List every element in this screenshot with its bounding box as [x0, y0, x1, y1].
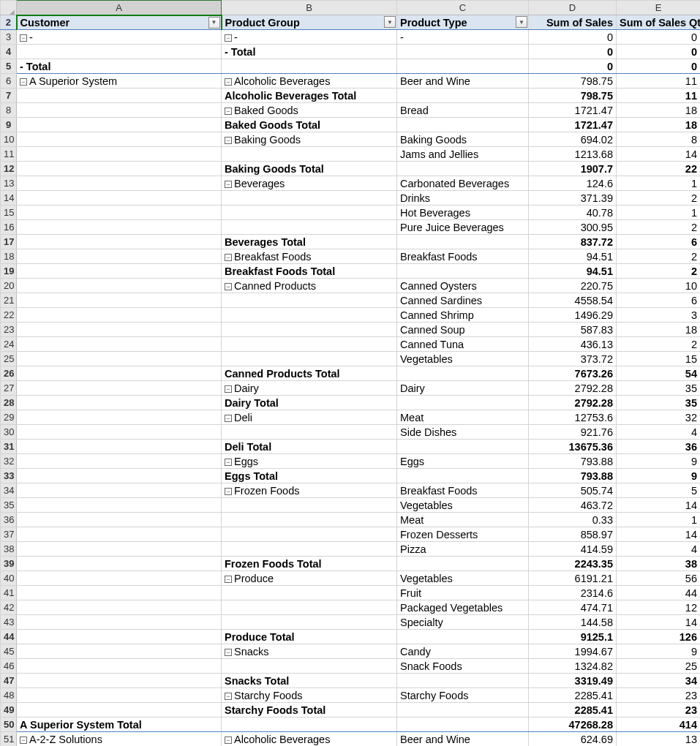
cell-C20[interactable]: Canned Oysters: [397, 279, 529, 293]
collapse-icon[interactable]: −: [225, 693, 232, 700]
cell-E49[interactable]: 23: [617, 703, 701, 717]
cell-D46[interactable]: 1324.82: [529, 659, 617, 674]
cell-C49[interactable]: [397, 703, 529, 717]
cell-E15[interactable]: 1: [617, 206, 701, 220]
cell-C28[interactable]: [397, 396, 529, 410]
cell-E10[interactable]: 8: [617, 132, 701, 147]
cell-C13[interactable]: Carbonated Beverages: [397, 176, 529, 191]
row-header-8[interactable]: 8: [1, 103, 17, 118]
cell-B11[interactable]: [222, 147, 397, 162]
cell-C40[interactable]: Vegetables: [397, 571, 529, 586]
cell-E39[interactable]: 38: [617, 557, 701, 571]
cell-C19[interactable]: [397, 264, 529, 279]
row-header-5[interactable]: 5: [1, 59, 17, 74]
cell-A35[interactable]: [17, 498, 222, 513]
cell-D8[interactable]: 1721.47: [529, 103, 617, 118]
cell-C48[interactable]: Starchy Foods: [397, 688, 529, 703]
cell-B35[interactable]: [222, 498, 397, 513]
header-product-type[interactable]: Product Type▼: [397, 15, 529, 30]
cell-D5[interactable]: 0: [529, 59, 617, 74]
cell-D21[interactable]: 4558.54: [529, 293, 617, 308]
cell-A51[interactable]: −A-2-Z Solutions: [17, 732, 222, 747]
cell-D50[interactable]: 47268.28: [529, 717, 617, 732]
cell-C8[interactable]: Bread: [397, 103, 529, 118]
cell-D14[interactable]: 371.39: [529, 191, 617, 206]
cell-C29[interactable]: Meat: [397, 410, 529, 425]
cell-C38[interactable]: Pizza: [397, 542, 529, 557]
cell-B24[interactable]: [222, 337, 397, 352]
cell-E48[interactable]: 23: [617, 688, 701, 703]
row-header-36[interactable]: 36: [1, 513, 17, 527]
cell-E41[interactable]: 44: [617, 586, 701, 600]
cell-A24[interactable]: [17, 337, 222, 352]
cell-D35[interactable]: 463.72: [529, 498, 617, 513]
cell-C35[interactable]: Vegetables: [397, 498, 529, 513]
cell-C39[interactable]: [397, 557, 529, 571]
cell-E37[interactable]: 14: [617, 527, 701, 542]
cell-C51[interactable]: Beer and Wine: [397, 732, 529, 747]
cell-A41[interactable]: [17, 586, 222, 600]
cell-D48[interactable]: 2285.41: [529, 688, 617, 703]
cell-A30[interactable]: [17, 425, 222, 440]
cell-C12[interactable]: [397, 162, 529, 176]
cell-C36[interactable]: Meat: [397, 513, 529, 527]
collapse-icon[interactable]: −: [225, 736, 232, 744]
cell-B25[interactable]: [222, 352, 397, 366]
cell-D17[interactable]: 837.72: [529, 235, 617, 249]
cell-A47[interactable]: [17, 674, 222, 688]
row-header-13[interactable]: 13: [1, 176, 17, 191]
cell-A8[interactable]: [17, 103, 222, 118]
cell-A7[interactable]: [17, 88, 222, 103]
row-header-33[interactable]: 33: [1, 469, 17, 483]
cell-A37[interactable]: [17, 527, 222, 542]
cell-B28[interactable]: Dairy Total: [222, 396, 397, 410]
cell-B19[interactable]: Breakfast Foods Total: [222, 264, 397, 279]
cell-C10[interactable]: Baking Goods: [397, 132, 529, 147]
cell-E27[interactable]: 35: [617, 381, 701, 396]
cell-C18[interactable]: Breakfast Foods: [397, 249, 529, 264]
collapse-icon[interactable]: −: [225, 181, 232, 188]
cell-E51[interactable]: 13: [617, 732, 701, 747]
cell-B49[interactable]: Starchy Foods Total: [222, 703, 397, 717]
row-header-19[interactable]: 19: [1, 264, 17, 279]
cell-B36[interactable]: [222, 513, 397, 527]
cell-C17[interactable]: [397, 235, 529, 249]
cell-A44[interactable]: [17, 630, 222, 644]
cell-E17[interactable]: 6: [617, 235, 701, 249]
col-header-B[interactable]: B: [222, 1, 397, 15]
cell-D24[interactable]: 436.13: [529, 337, 617, 352]
cell-C45[interactable]: Candy: [397, 644, 529, 659]
cell-C41[interactable]: Fruit: [397, 586, 529, 600]
cell-A39[interactable]: [17, 557, 222, 571]
cell-B47[interactable]: Snacks Total: [222, 674, 397, 688]
collapse-icon[interactable]: −: [225, 385, 232, 393]
cell-C33[interactable]: [397, 469, 529, 483]
cell-B42[interactable]: [222, 600, 397, 615]
cell-C4[interactable]: [397, 45, 529, 59]
cell-A32[interactable]: [17, 454, 222, 469]
row-header-34[interactable]: 34: [1, 483, 17, 498]
cell-E6[interactable]: 11: [617, 74, 701, 88]
cell-D29[interactable]: 12753.6: [529, 410, 617, 425]
cell-C42[interactable]: Packaged Vegetables: [397, 600, 529, 615]
cell-A29[interactable]: [17, 410, 222, 425]
cell-D26[interactable]: 7673.26: [529, 366, 617, 381]
cell-E28[interactable]: 35: [617, 396, 701, 410]
row-header-48[interactable]: 48: [1, 688, 17, 703]
collapse-icon[interactable]: −: [225, 415, 232, 422]
cell-A31[interactable]: [17, 440, 222, 454]
cell-A19[interactable]: [17, 264, 222, 279]
row-header-17[interactable]: 17: [1, 235, 17, 249]
row-header-28[interactable]: 28: [1, 396, 17, 410]
row-header-46[interactable]: 46: [1, 659, 17, 674]
cell-A48[interactable]: [17, 688, 222, 703]
cell-C46[interactable]: Snack Foods: [397, 659, 529, 674]
cell-E8[interactable]: 18: [617, 103, 701, 118]
cell-B43[interactable]: [222, 615, 397, 630]
cell-A36[interactable]: [17, 513, 222, 527]
row-header-41[interactable]: 41: [1, 586, 17, 600]
cell-C22[interactable]: Canned Shrimp: [397, 308, 529, 323]
cell-E32[interactable]: 9: [617, 454, 701, 469]
cell-B3[interactable]: −-: [222, 30, 397, 45]
row-header-21[interactable]: 21: [1, 293, 17, 308]
